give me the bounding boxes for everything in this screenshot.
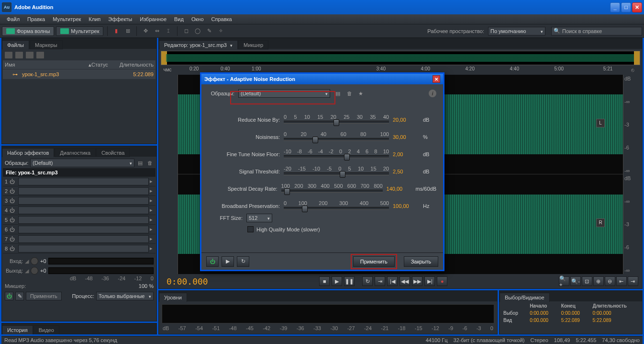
lasso-tool-icon[interactable]: ◯ bbox=[193, 26, 202, 36]
menu-help[interactable]: Справка bbox=[208, 15, 236, 23]
rack-slot-3[interactable]: 3⏻▸ bbox=[3, 196, 155, 206]
menu-multitrack[interactable]: Мультитрек bbox=[49, 15, 85, 23]
col-name[interactable]: Имя bbox=[5, 62, 89, 68]
power-icon[interactable]: ⏻ bbox=[10, 188, 17, 194]
delete-preset-icon[interactable]: 🗑 bbox=[146, 159, 154, 167]
file-row[interactable]: ⊶ урок-1_src.mp3 5:22.089 bbox=[3, 69, 155, 79]
param-slider-reduce[interactable] bbox=[284, 121, 389, 124]
overview-handle-right[interactable] bbox=[634, 51, 640, 65]
output-gain-knob[interactable] bbox=[31, 267, 38, 275]
skip-selection-button[interactable]: ⇥ bbox=[375, 276, 385, 286]
dialog-titlebar[interactable]: Эффект - Adaptive Noise Reduction ✕ bbox=[201, 74, 443, 84]
tab-selection-view[interactable]: Выбор/Видимое bbox=[500, 293, 550, 302]
rack-edit-button[interactable]: ✎ bbox=[15, 292, 24, 300]
menu-effects[interactable]: Эффекты bbox=[104, 15, 136, 23]
input-gain-knob[interactable] bbox=[31, 257, 38, 265]
to-end-button[interactable]: ▶| bbox=[424, 276, 435, 286]
col-duration[interactable]: Длительность bbox=[115, 62, 154, 68]
fast-forward-button[interactable]: ▶▶ bbox=[412, 276, 422, 286]
tab-properties[interactable]: Свойства bbox=[96, 148, 130, 157]
overview-navigator[interactable] bbox=[161, 51, 640, 65]
slider-thumb[interactable] bbox=[333, 119, 339, 126]
rack-slot-1[interactable]: 1⏻▸ bbox=[3, 177, 155, 186]
rack-slot-2[interactable]: 2⏻▸ bbox=[3, 186, 155, 196]
param-value-noisiness[interactable]: 30,00 bbox=[393, 134, 419, 142]
rack-slot-8[interactable]: 8⏻▸ bbox=[3, 244, 155, 253]
power-icon[interactable]: ⏻ bbox=[10, 217, 17, 223]
tab-effects-rack[interactable]: Набор эффектов bbox=[2, 148, 54, 157]
rack-slot-5[interactable]: 5⏻▸ bbox=[3, 215, 155, 225]
zoom-sel-in-button[interactable]: ⇤ bbox=[616, 276, 627, 286]
zoom-out-h-button[interactable]: 🔍- bbox=[570, 276, 581, 286]
loop-button[interactable]: ↻ bbox=[362, 276, 373, 286]
move-tool-icon[interactable]: ✥ bbox=[141, 26, 150, 36]
param-value-floor[interactable]: 2,00 bbox=[393, 151, 419, 159]
menu-file[interactable]: Файл bbox=[3, 15, 23, 23]
info-icon[interactable]: i bbox=[429, 90, 436, 97]
tab-mixer[interactable]: Микшер bbox=[238, 40, 268, 49]
process-dropdown[interactable]: Только выбранные bbox=[96, 292, 154, 300]
preview-loop-button[interactable]: ↻ bbox=[237, 256, 249, 267]
fft-size-dropdown[interactable]: 512 bbox=[246, 214, 272, 222]
param-slider-decay[interactable] bbox=[281, 190, 383, 193]
workspace-dropdown[interactable]: По умолчанию bbox=[488, 27, 545, 35]
dialog-apply-button[interactable]: Применить bbox=[353, 256, 395, 267]
view-end-value[interactable]: 5:22.089 bbox=[558, 317, 590, 324]
help-search-input[interactable]: 🔍 Поиск в справке bbox=[551, 27, 642, 35]
param-slider-signal[interactable] bbox=[284, 172, 389, 175]
menu-window[interactable]: Окно bbox=[188, 15, 208, 23]
heal-tool-icon[interactable]: ✧ bbox=[216, 26, 225, 36]
tab-video[interactable]: Видео bbox=[33, 325, 59, 334]
rack-apply-button[interactable]: Применить bbox=[26, 292, 62, 300]
favorite-icon[interactable]: ★ bbox=[357, 90, 365, 97]
zoom-sel-out-button[interactable]: ⇥ bbox=[628, 276, 638, 286]
power-icon[interactable]: ⏻ bbox=[10, 179, 17, 184]
menu-favorites[interactable]: Избранное bbox=[136, 15, 170, 23]
dialog-close-text-button[interactable]: Закрыть bbox=[404, 256, 438, 267]
rewind-button[interactable]: |◀ bbox=[387, 276, 398, 286]
menu-view[interactable]: Вид bbox=[170, 15, 188, 23]
record-button[interactable]: ● bbox=[437, 276, 447, 286]
dialog-preset-dropdown[interactable]: (Default) bbox=[238, 89, 330, 98]
stop-button[interactable]: ■ bbox=[319, 276, 330, 286]
tool-icon-1[interactable]: ⊞ bbox=[123, 26, 133, 36]
power-icon[interactable]: ⏻ bbox=[10, 236, 17, 242]
sel-end-value[interactable]: 0:00.000 bbox=[558, 310, 590, 317]
new-file-icon[interactable] bbox=[5, 52, 12, 58]
menu-edit[interactable]: Правка bbox=[23, 15, 49, 23]
minimize-button[interactable]: _ bbox=[610, 2, 620, 12]
sel-dur-value[interactable]: 0:00.000 bbox=[590, 310, 641, 317]
tab-markers[interactable]: Маркеры bbox=[30, 40, 63, 49]
slider-thumb[interactable] bbox=[312, 137, 318, 143]
param-slider-floor[interactable] bbox=[284, 155, 389, 158]
tab-levels[interactable]: Уровни bbox=[159, 293, 187, 302]
slider-thumb[interactable] bbox=[344, 154, 350, 161]
power-icon[interactable]: ⏻ bbox=[10, 246, 17, 252]
marquee-tool-icon[interactable]: ◻ bbox=[181, 26, 191, 36]
rack-slot-6[interactable]: 6⏻▸ bbox=[3, 225, 155, 234]
param-slider-noisiness[interactable] bbox=[284, 138, 389, 141]
slider-thumb[interactable] bbox=[340, 171, 345, 178]
high-quality-checkbox[interactable] bbox=[247, 226, 254, 232]
time-select-tool-icon[interactable]: 𝙸 bbox=[164, 26, 173, 36]
close-file-icon[interactable] bbox=[36, 52, 44, 58]
import-icon[interactable] bbox=[26, 52, 33, 58]
param-value-signal[interactable]: 2,50 bbox=[393, 169, 419, 176]
slider-thumb[interactable] bbox=[284, 188, 290, 195]
zoom-in-h-button[interactable]: 🔍+ bbox=[559, 276, 569, 286]
waveform-mode-button[interactable]: Форма волны bbox=[2, 26, 54, 36]
zoom-fit-button[interactable]: ⊡ bbox=[582, 276, 592, 286]
effect-power-button[interactable]: ⏻ bbox=[206, 256, 219, 267]
pause-button[interactable]: ❚❚ bbox=[344, 276, 355, 286]
zoom-in-v-button[interactable]: ⊕ bbox=[593, 276, 604, 286]
multitrack-mode-button[interactable]: Мультитрек bbox=[56, 26, 103, 36]
save-preset-icon[interactable]: ▤ bbox=[334, 90, 342, 97]
tab-editor[interactable]: Редактор: урок-1_src.mp3 bbox=[159, 40, 238, 49]
delete-preset-icon[interactable]: 🗑 bbox=[345, 90, 353, 97]
sel-start-value[interactable]: 0:00.000 bbox=[527, 310, 558, 317]
tab-history[interactable]: История bbox=[2, 325, 33, 334]
rack-slot-4[interactable]: 4⏻▸ bbox=[3, 206, 155, 215]
rack-power-button[interactable]: ⏻ bbox=[5, 292, 13, 300]
param-value-reduce[interactable]: 20,00 bbox=[393, 117, 419, 125]
play-button[interactable]: ▶ bbox=[332, 276, 342, 286]
